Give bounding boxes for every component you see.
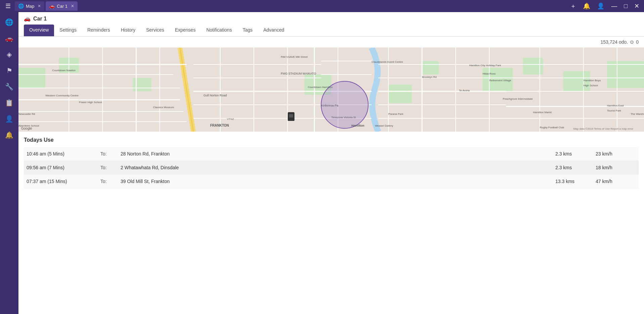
svg-text:Weasel Gallery: Weasel Gallery bbox=[375, 124, 393, 127]
tab-map[interactable]: 🌐 Map ✕ bbox=[15, 1, 44, 11]
vehicle-header: 🚗 Car 1 Overview Settings Reminders Hist… bbox=[18, 12, 644, 37]
tab-notifications[interactable]: Notifications bbox=[201, 25, 237, 36]
svg-text:Fraser High School: Fraser High School bbox=[79, 101, 102, 104]
svg-text:Hamilton East: Hamilton East bbox=[607, 104, 624, 107]
vehicle-title: 🚗 Car 1 bbox=[24, 15, 639, 22]
user-button[interactable]: 👤 bbox=[595, 2, 606, 10]
tab-settings[interactable]: Settings bbox=[54, 25, 82, 36]
tab-tags[interactable]: Tags bbox=[237, 25, 258, 36]
svg-text:Hilda Ross: Hilda Ross bbox=[482, 72, 496, 75]
main-layout: 🌐 🚗 ◈ ⚑ 🔧 📋 👤 🔔 🚗 Car 1 Overview Setting… bbox=[0, 12, 644, 314]
svg-rect-5 bbox=[388, 85, 412, 103]
top-bar: ☰ 🌐 Map ✕ 🚗 Car 1 ✕ ＋ 🔔 👤 — □ ✕ bbox=[0, 0, 644, 12]
trip-distance: 2.3 kms bbox=[555, 151, 596, 156]
svg-text:Brooklyn Rd: Brooklyn Rd bbox=[422, 76, 437, 79]
todays-use-title: Todays Use bbox=[24, 137, 639, 143]
sidebar-item-tools[interactable]: 🔧 bbox=[3, 80, 16, 93]
sidebar-item-globe[interactable]: 🌐 bbox=[3, 15, 16, 29]
svg-text:Tourist Park: Tourist Park bbox=[607, 109, 622, 112]
close-button[interactable]: ✕ bbox=[632, 2, 641, 10]
sidebar-item-flag[interactable]: ⚑ bbox=[3, 64, 16, 77]
trip-row[interactable]: 07:37 am (15 Mins) To: 39 Old Mill St, F… bbox=[24, 175, 639, 188]
svg-text:The Warehouse Hillcrest: The Warehouse Hillcrest bbox=[631, 113, 644, 116]
svg-text:High School: High School bbox=[584, 84, 598, 87]
tab-history[interactable]: History bbox=[116, 25, 141, 36]
map-tab-icon: 🌐 bbox=[18, 3, 24, 9]
trip-row[interactable]: 10:46 am (5 Mins) To: 28 Norton Rd, Fran… bbox=[24, 147, 639, 161]
page-content: 153,724 odo. ⊙ 0 bbox=[18, 37, 644, 314]
maximize-button[interactable]: □ bbox=[622, 2, 630, 10]
menu-button[interactable]: ☰ bbox=[3, 1, 13, 11]
svg-text:Rugby Football Club: Rugby Football Club bbox=[540, 126, 564, 129]
map-container[interactable]: Countdown Nawton Western Community Centr… bbox=[18, 48, 644, 132]
svg-text:Countdown Hamilton: Countdown Hamilton bbox=[308, 86, 332, 89]
svg-text:Kirikiriroa Pa: Kirikiriroa Pa bbox=[321, 104, 338, 107]
svg-text:Hamilton Boys: Hamilton Boys bbox=[584, 79, 601, 82]
content-area: 🚗 Car 1 Overview Settings Reminders Hist… bbox=[18, 12, 644, 314]
svg-rect-1 bbox=[18, 68, 45, 88]
add-button[interactable]: ＋ bbox=[568, 1, 578, 11]
trip-speed: 23 km/h bbox=[596, 151, 636, 156]
sidebar-item-car[interactable]: 🚗 bbox=[3, 32, 16, 45]
tab-advanced[interactable]: Advanced bbox=[258, 25, 289, 36]
tab-car1[interactable]: 🚗 Car 1 ✕ bbox=[46, 1, 78, 11]
trip-time: 07:37 am (15 Mins) bbox=[27, 179, 100, 184]
top-bar-actions: ＋ 🔔 👤 — □ ✕ bbox=[568, 1, 641, 11]
vehicle-icon: 🚗 bbox=[24, 15, 31, 22]
sidebar-item-calendar[interactable]: 📋 bbox=[3, 96, 16, 109]
svg-rect-3 bbox=[133, 78, 151, 91]
sidebar-item-bell[interactable]: 🔔 bbox=[3, 128, 16, 142]
car1-tab-icon: 🚗 bbox=[49, 3, 55, 9]
tab-expenses[interactable]: Expenses bbox=[170, 25, 201, 36]
svg-text:Retirement Village: Retirement Village bbox=[489, 79, 511, 82]
trip-speed: 47 km/h bbox=[596, 179, 636, 184]
notifications-button[interactable]: 🔔 bbox=[581, 2, 592, 10]
map-tab-close[interactable]: ✕ bbox=[38, 4, 41, 8]
svg-text:Classics Museum: Classics Museum bbox=[153, 106, 174, 109]
trip-distance: 2.3 kms bbox=[555, 165, 596, 170]
sidebar: 🌐 🚗 ◈ ⚑ 🔧 📋 👤 🔔 bbox=[0, 12, 18, 314]
trip-to-label: To: bbox=[100, 179, 121, 184]
odo-label: 153,724 odo. bbox=[600, 39, 628, 45]
trip-speed: 18 km/h bbox=[596, 165, 636, 170]
svg-text:Gull Norton Road: Gull Norton Road bbox=[203, 94, 227, 97]
svg-text:Centre Place: Centre Place bbox=[348, 131, 364, 132]
svg-text:VTNZ: VTNZ bbox=[227, 118, 234, 121]
trip-list: 10:46 am (5 Mins) To: 28 Norton Rd, Fran… bbox=[24, 147, 639, 188]
map-tab-label: Map bbox=[26, 4, 34, 9]
car1-tab-label: Car 1 bbox=[57, 4, 67, 9]
minimize-button[interactable]: — bbox=[609, 2, 619, 10]
odo-bar: 153,724 odo. ⊙ 0 bbox=[18, 37, 644, 48]
odo-icon: ⊙ bbox=[630, 39, 634, 45]
svg-text:Western Community Centre: Western Community Centre bbox=[45, 94, 79, 97]
trip-to-label: To: bbox=[100, 151, 121, 156]
vehicle-name: Car 1 bbox=[33, 16, 47, 22]
trip-row[interactable]: 09:56 am (7 Mins) To: 2 Whatawhata Rd, D… bbox=[24, 161, 639, 175]
svg-text:Hamilton Marist: Hamilton Marist bbox=[533, 111, 552, 114]
svg-text:Hamilton City Holiday Park: Hamilton City Holiday Park bbox=[469, 64, 501, 67]
svg-text:Parana Park: Parana Park bbox=[388, 113, 404, 116]
todays-use-section: Todays Use 10:46 am (5 Mins) To: 28 Nort… bbox=[18, 132, 644, 194]
svg-text:Claudelands Event Centre: Claudelands Event Centre bbox=[372, 60, 403, 63]
tab-overview[interactable]: Overview bbox=[24, 25, 54, 36]
tab-reminders[interactable]: Reminders bbox=[82, 25, 116, 36]
svg-text:Hamilton: Hamilton bbox=[352, 124, 365, 127]
map-svg: Countdown Nawton Western Community Centr… bbox=[18, 48, 644, 132]
svg-text:Newcastle Rd: Newcastle Rd bbox=[18, 113, 35, 116]
car1-tab-close[interactable]: ✕ bbox=[71, 4, 74, 8]
nav-tabs: Overview Settings Reminders History Serv… bbox=[24, 25, 639, 36]
svg-text:Google: Google bbox=[21, 127, 32, 130]
trip-time: 09:56 am (7 Mins) bbox=[27, 165, 100, 170]
svg-rect-6 bbox=[422, 61, 439, 75]
sidebar-item-layers[interactable]: ◈ bbox=[3, 48, 16, 61]
svg-text:Waikato Museum Te...: Waikato Museum Te... bbox=[392, 131, 418, 132]
trip-address: 28 Norton Rd, Frankton bbox=[121, 151, 555, 156]
odo-value: 0 bbox=[636, 39, 639, 45]
trip-distance: 13.3 kms bbox=[555, 179, 596, 184]
trip-address: 39 Old Mill St, Frankton bbox=[121, 179, 555, 184]
svg-text:Map data ©2019  Terms of Use  : Map data ©2019 Terms of Use Report a map… bbox=[573, 127, 634, 130]
tab-services[interactable]: Services bbox=[141, 25, 170, 36]
trip-time: 10:46 am (5 Mins) bbox=[27, 151, 100, 156]
sidebar-item-person[interactable]: 👤 bbox=[3, 112, 16, 126]
trip-address: 2 Whatawhata Rd, Dinsdale bbox=[121, 165, 555, 170]
